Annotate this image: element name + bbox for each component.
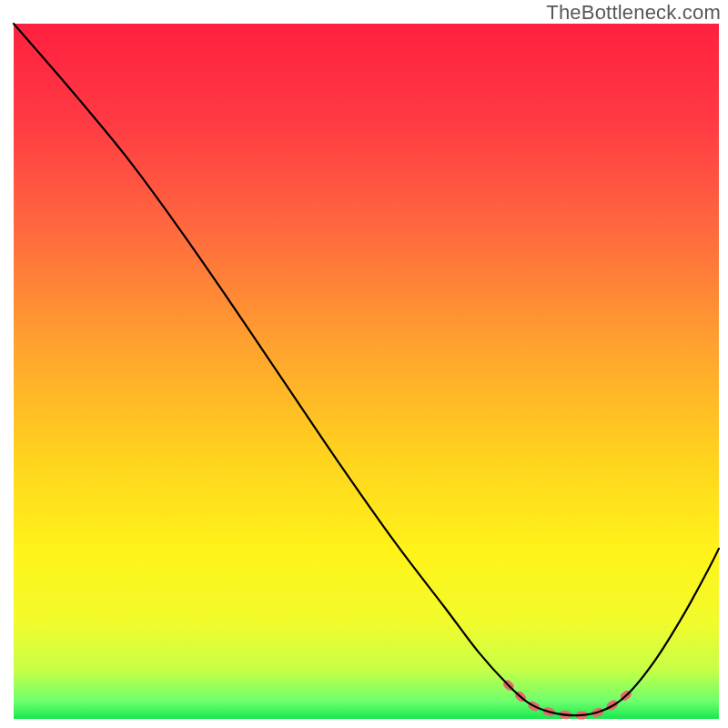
- chart-svg: [0, 0, 728, 728]
- watermark-text: TheBottleneck.com: [546, 1, 721, 25]
- chart-stage: TheBottleneck.com: [0, 0, 728, 728]
- gradient-background: [14, 24, 719, 719]
